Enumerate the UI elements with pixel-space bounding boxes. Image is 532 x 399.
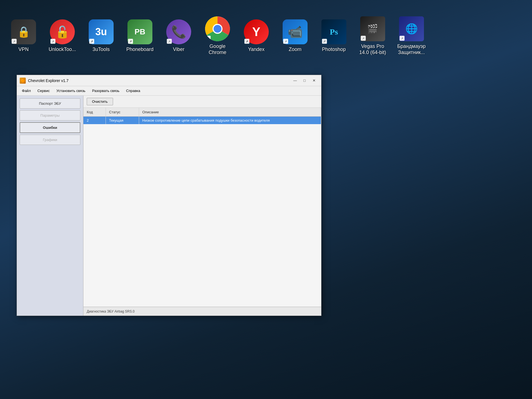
desktop-icon-vegaspro[interactable]: 🎬 ↗ Vegas Pro14.0 (64-bit)	[357, 16, 388, 55]
icon-label-3utools: 3uTools	[93, 47, 110, 53]
menu-disconnect[interactable]: Разорвать связь	[89, 88, 122, 94]
shortcut-arrow: ↗	[50, 39, 55, 44]
shortcut-arrow: ↗	[89, 39, 94, 44]
close-button[interactable]: ✕	[310, 77, 318, 84]
icon-label-chrome: GoogleChrome	[209, 44, 226, 55]
statusbar: Диагностика ЭБУ Airbag SRS.0	[83, 307, 321, 316]
app-icon: 🔶	[20, 78, 26, 84]
col-header-code: Код	[83, 108, 106, 117]
sidebar-btn-passport[interactable]: Паспорт ЭБУ	[20, 98, 80, 109]
table-row[interactable]: 2 Текущая Низкое сопротивление цепи сраб…	[83, 117, 321, 124]
desktop: 🔒 ↗ VPN 🔓 ↗ UnlockToo... 3u ↗ 3uTools PB	[0, 0, 532, 399]
minimize-button[interactable]: —	[291, 77, 300, 84]
cell-code: 2	[83, 117, 106, 124]
desktop-icon-viber[interactable]: 📞 ↗ Viber	[163, 19, 194, 53]
svg-point-2	[214, 25, 221, 33]
desktop-icon-vpn[interactable]: 🔒 ↗ VPN	[8, 19, 39, 53]
icon-label-vpn: VPN	[18, 47, 29, 53]
clear-button[interactable]: Очистить	[87, 98, 113, 105]
menu-file[interactable]: Файл	[19, 88, 34, 94]
col-header-description: Описание	[139, 108, 321, 117]
app-window-chevrolet-explorer: 🔶 Chevrolet Explorer v1.7 — □ ✕ Файл Сер…	[17, 75, 321, 316]
desktop-icon-3utools[interactable]: 3u ↗ 3uTools	[86, 19, 116, 53]
maximize-button[interactable]: □	[300, 77, 309, 84]
shortcut-arrow: ↗	[167, 39, 172, 44]
sidebar-btn-graphs: Графики	[20, 135, 80, 145]
icon-label-vegaspro: Vegas Pro14.0 (64-bit)	[359, 44, 386, 55]
error-table: Код Статус Описание 2 Текущая Низкое соп…	[83, 108, 321, 124]
menu-service[interactable]: Сервис	[35, 88, 53, 94]
content-area: Очистить Код Статус Описание	[83, 96, 321, 316]
window-titlebar: 🔶 Chevrolet Explorer v1.7 — □ ✕	[17, 75, 321, 86]
shortcut-arrow: ↗	[244, 39, 249, 44]
icon-label-zoom: Zoom	[289, 47, 301, 53]
sidebar: Паспорт ЭБУ Параметры Ошибки Графики	[17, 96, 83, 316]
sidebar-btn-params: Параметры	[20, 110, 80, 121]
window-controls: — □ ✕	[291, 77, 318, 84]
shortcut-arrow-chrome: ↗	[206, 36, 211, 41]
window-title-text: Chevrolet Explorer v1.7	[28, 78, 68, 83]
desktop-icon-chrome[interactable]: ↗ ↗ GoogleChrome	[202, 16, 233, 55]
desktop-icon-yandex[interactable]: Y ↗ Yandex	[241, 19, 272, 53]
desktop-icon-unlocktool[interactable]: 🔓 ↗ UnlockToo...	[47, 19, 78, 53]
desktop-icon-phoneboard[interactable]: PB ↗ Phoneboard	[125, 19, 155, 53]
shortcut-arrow: ↗	[128, 39, 133, 44]
shortcut-arrow: ↗	[361, 36, 366, 41]
content-toolbar: Очистить	[83, 96, 321, 108]
shortcut-arrow: ↗	[12, 39, 17, 44]
sidebar-btn-errors[interactable]: Ошибки	[20, 122, 80, 133]
desktop-icon-photoshop[interactable]: Ps ↗ Photoshop	[319, 19, 349, 53]
statusbar-text: Диагностика ЭБУ Airbag SRS.0	[87, 310, 135, 313]
icon-label-phoneboard: Phoneboard	[126, 47, 154, 53]
menu-connect[interactable]: Установить связь	[54, 88, 88, 94]
window-title-left: 🔶 Chevrolet Explorer v1.7	[20, 78, 68, 84]
shortcut-arrow: ↗	[283, 39, 288, 44]
desktop-icon-zoom[interactable]: 📹 ↗ Zoom	[280, 19, 310, 53]
menu-help[interactable]: Справка	[123, 88, 143, 94]
window-body: Паспорт ЭБУ Параметры Ошибки Графики Очи…	[17, 96, 321, 316]
icon-label-yandex: Yandex	[248, 47, 265, 53]
cell-status: Текущая	[106, 117, 139, 124]
menubar: Файл Сервис Установить связь Разорвать с…	[17, 86, 321, 96]
col-header-status: Статус	[106, 108, 139, 117]
cell-description: Низкое сопротивление цепи срабатывания п…	[139, 117, 321, 124]
desktop-icons-area: 🔒 ↗ VPN 🔓 ↗ UnlockToo... 3u ↗ 3uTools PB	[0, 0, 532, 72]
icon-label-firewall: БрандмауэрЗащитник...	[397, 44, 426, 55]
table-header-row: Код Статус Описание	[83, 108, 321, 117]
desktop-icon-firewall[interactable]: 🌐 ↗ БрандмауэрЗащитник...	[396, 16, 427, 55]
icon-label-viber: Viber	[173, 47, 185, 53]
icon-label-photoshop: Photoshop	[322, 47, 346, 53]
error-table-container: Код Статус Описание 2 Текущая Низкое соп…	[83, 108, 321, 307]
shortcut-arrow: ↗	[400, 36, 405, 41]
shortcut-arrow: ↗	[322, 39, 327, 44]
icon-label-unlocktool: UnlockToo...	[48, 47, 76, 53]
